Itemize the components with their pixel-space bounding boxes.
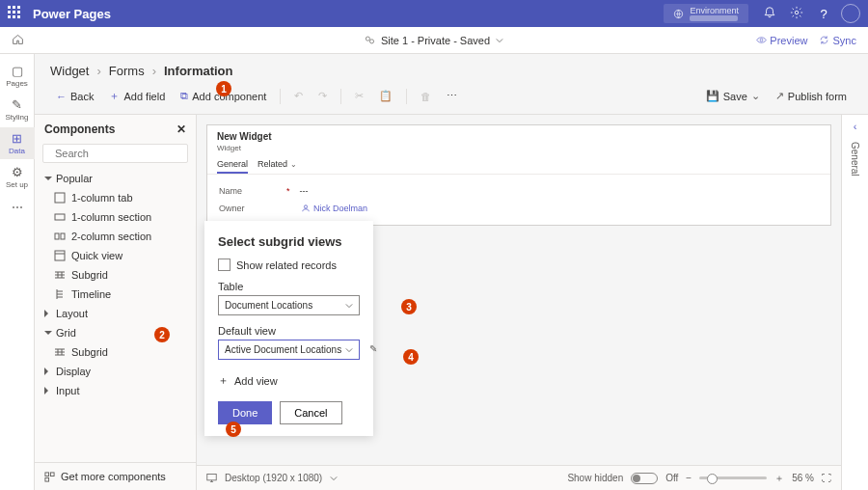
undo-button[interactable]: ↶	[288, 87, 309, 105]
svg-rect-15	[207, 475, 216, 480]
toolbar: ←Back ＋Add field ⧉Add component ↶ ↷ ✂ 📋 …	[35, 82, 868, 115]
right-panel-label: General	[850, 142, 860, 177]
paste-button[interactable]: 📋	[373, 87, 398, 105]
table-select[interactable]: Document Locations	[218, 295, 360, 315]
rail-pages[interactable]: ▢Pages	[0, 60, 35, 92]
checkbox-icon	[218, 259, 231, 271]
zoom-value: 56 %	[792, 473, 814, 483]
cancel-button[interactable]: Cancel	[280, 401, 341, 424]
rail-more-icon[interactable]: ⋯	[12, 201, 23, 214]
callout-3: 3	[401, 299, 417, 314]
add-view-button[interactable]: ＋Add view	[218, 369, 360, 401]
fit-icon[interactable]: ⛶	[822, 473, 831, 483]
subgrid-popup: Select subgrid views Show related record…	[204, 221, 373, 436]
crumb-forms[interactable]: Forms	[109, 64, 145, 78]
svg-rect-9	[61, 233, 65, 239]
svg-rect-13	[45, 477, 49, 481]
site-bar: Site 1 - Private - Saved Preview Sync	[0, 27, 868, 54]
group-popular[interactable]: Popular	[35, 169, 196, 188]
form-canvas[interactable]: New Widget Widget General Related ⌄ Name…	[206, 124, 831, 226]
component-quickview[interactable]: Quick view	[35, 246, 196, 265]
field-value-name[interactable]: ---	[300, 186, 309, 196]
add-field-button[interactable]: ＋Add field	[103, 86, 171, 106]
show-related-checkbox[interactable]: Show related records	[218, 259, 360, 271]
device-picker[interactable]: Desktop (1920 x 1080)	[225, 473, 322, 483]
done-button[interactable]: Done	[218, 401, 272, 424]
field-label-name: Name	[219, 186, 277, 196]
callout-5: 5	[226, 422, 241, 437]
person-icon	[302, 204, 310, 212]
app-title: Power Pages	[33, 7, 111, 21]
svg-rect-8	[55, 233, 59, 239]
publish-button[interactable]: ↗Publish form	[770, 87, 853, 105]
site-icon	[365, 35, 375, 45]
popup-title: Select subgrid views	[218, 234, 360, 249]
expand-panel-button[interactable]: ‹	[854, 121, 857, 132]
help-icon[interactable]: ?	[810, 7, 837, 21]
group-input[interactable]: Input	[35, 381, 196, 400]
delete-button[interactable]: 🗑	[415, 88, 437, 105]
form-subtitle: Widget	[207, 144, 830, 152]
get-more-components[interactable]: Get more components	[35, 462, 196, 490]
svg-rect-11	[45, 472, 49, 476]
component-timeline[interactable]: Timeline	[35, 285, 196, 304]
svg-point-2	[366, 37, 369, 41]
chevron-down-icon[interactable]	[330, 475, 338, 482]
rail-styling[interactable]: ✎Styling	[0, 94, 35, 125]
group-display[interactable]: Display	[35, 362, 196, 381]
tab-general[interactable]: General	[217, 156, 248, 174]
close-icon[interactable]: ✕	[176, 122, 186, 136]
show-hidden-toggle[interactable]	[631, 473, 658, 484]
site-name[interactable]: Site 1 - Private - Saved	[381, 35, 490, 46]
preview-link[interactable]: Preview	[756, 35, 807, 46]
table-label: Table	[218, 281, 360, 292]
field-label-owner: Owner	[219, 204, 277, 213]
cut-button[interactable]: ✂	[349, 87, 369, 105]
form-title: New Widget	[207, 125, 830, 144]
save-button[interactable]: 💾Save ⌄	[700, 87, 766, 105]
waffle-icon[interactable]	[8, 6, 23, 21]
settings-icon[interactable]	[783, 6, 810, 22]
environment-name-redacted	[690, 15, 738, 21]
component-1col-tab[interactable]: 1-column tab	[35, 188, 196, 207]
group-grid[interactable]: Grid	[35, 323, 196, 342]
environment-picker[interactable]: Environment	[664, 4, 748, 23]
notifications-icon[interactable]	[756, 6, 783, 22]
component-2col-section[interactable]: 2-column section	[35, 227, 196, 246]
callout-4: 4	[403, 349, 419, 365]
back-button[interactable]: ←Back	[50, 88, 99, 105]
svg-point-1	[795, 11, 799, 14]
crumb-widget[interactable]: Widget	[50, 64, 89, 78]
svg-rect-12	[50, 472, 54, 476]
field-value-owner[interactable]: Nick Doelman	[302, 204, 367, 213]
toggle-state: Off	[665, 473, 678, 483]
callout-1: 1	[216, 81, 231, 96]
chevron-right-icon: ›	[96, 64, 100, 78]
component-grid-subgrid[interactable]: Subgrid	[35, 342, 196, 362]
sync-link[interactable]: Sync	[819, 35, 856, 46]
zoom-slider[interactable]	[699, 476, 767, 479]
components-search[interactable]	[42, 144, 188, 163]
crumb-current: Information	[164, 64, 233, 78]
zoom-in-button[interactable]: ＋	[774, 472, 784, 485]
svg-rect-10	[55, 251, 65, 260]
search-input[interactable]	[55, 148, 188, 159]
redo-button[interactable]: ↷	[312, 87, 333, 105]
component-subgrid[interactable]: Subgrid	[35, 265, 196, 285]
rail-setup[interactable]: ⚙Set up	[0, 161, 35, 193]
component-1col-section[interactable]: 1-column section	[35, 207, 196, 227]
rail-data[interactable]: ⊞Data	[0, 127, 35, 159]
group-layout[interactable]: Layout	[35, 304, 196, 323]
chevron-right-icon: ›	[152, 64, 156, 78]
tab-related[interactable]: Related ⌄	[258, 156, 297, 174]
chevron-down-icon[interactable]	[496, 37, 503, 44]
user-avatar[interactable]	[841, 4, 860, 23]
zoom-out-button[interactable]: −	[686, 473, 692, 483]
home-icon[interactable]	[0, 33, 35, 48]
svg-point-14	[304, 205, 307, 208]
chevron-down-icon	[345, 346, 353, 354]
view-select[interactable]: Active Document Locations	[218, 340, 360, 360]
environment-icon	[673, 9, 684, 19]
more-button[interactable]: ⋯	[441, 87, 463, 105]
edit-icon[interactable]: ✎	[369, 343, 377, 354]
